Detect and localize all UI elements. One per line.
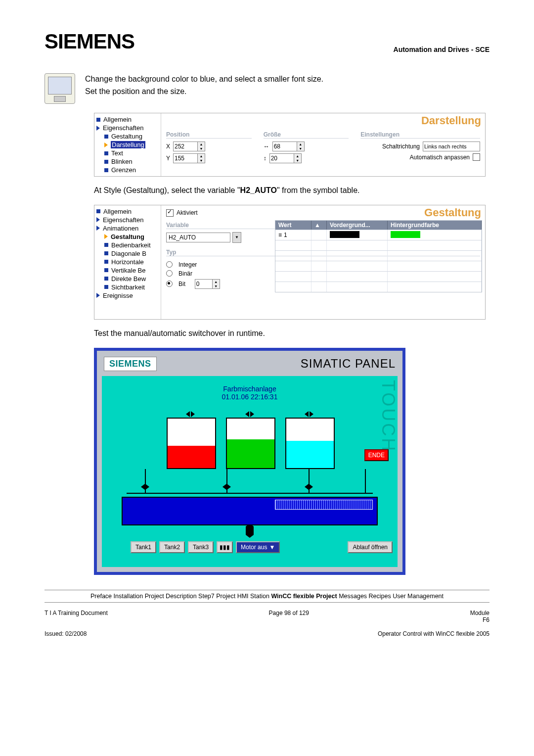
tree-item[interactable]: Vertikale Be [95,266,160,275]
dropdown-button[interactable]: ▼ [232,232,241,243]
tree-item[interactable]: Sichtbarkeit [95,283,160,291]
col-hintergrund[interactable]: Hintergrundfarbe [388,221,482,230]
monitor-icon [44,73,75,104]
pos-y-spinner[interactable]: ▲▼ [173,153,205,163]
header-right: Automation and Drives - SCE [394,46,490,53]
property-tree: Allgemein Eigenschaften Gestaltung Darst… [94,113,161,176]
tree-item-selected[interactable]: Gestaltung [95,233,160,241]
variable-field[interactable] [166,233,230,242]
hmi-datetime: 01.01.06 22:16:31 [107,393,393,401]
group-header: Einstellungen [360,131,480,139]
width-icon: ↔ [264,143,269,150]
tree-item[interactable]: Gestaltung [95,132,160,141]
width-spinner[interactable]: ▲▼ [272,142,305,151]
tank2-button[interactable]: Tank2 [159,541,185,553]
label-y: Y [166,155,170,162]
outlet-valve-icon [107,526,393,535]
footer-row-1: T I A Training Document Page 98 of 129 M… [44,610,490,623]
height-spinner[interactable]: ▲▼ [269,153,302,163]
pipe-diagram [122,469,378,494]
hmi-screen: TOUCH Farbmischanlage 01.01.06 22:16:31 … [102,376,398,567]
aktiviert-checkbox[interactable]: ✓ [166,209,174,217]
simatic-title: SIMATIC PANEL [301,357,396,371]
color-chip-green[interactable] [391,231,420,238]
property-tree: Allgemein Eigenschaften Animationen Gest… [94,205,161,319]
touch-label: TOUCH [378,380,399,453]
tree-item[interactable]: Bedienbarkeit [95,241,160,249]
gestaltung-panel: Allgemein Eigenschaften Animationen Gest… [94,205,486,320]
sort-icon[interactable]: ▲ [312,221,327,230]
text-line: Change the background color to blue, and… [85,75,323,83]
tree-item[interactable]: Direkte Bew [95,275,160,283]
tree-item[interactable]: Animationen [95,224,160,233]
height-icon: ↕ [264,155,267,162]
col-vordergrund[interactable]: Vordergrund... [327,221,388,230]
tank-1 [167,418,216,469]
motor-dropdown[interactable]: Motor aus▼ [236,541,280,553]
label-x: X [166,143,170,150]
schaltrichtung-field[interactable] [423,142,480,151]
paragraph: Test the manual/automatic switchover in … [94,328,490,340]
breadcrumb-bar: Preface Installation Project Description… [44,590,490,603]
intro-paragraph: Change the background color to blue, and… [85,73,323,104]
paragraph: At Style (Gestaltung), select the variab… [94,185,490,197]
tree-item[interactable]: Text [95,149,160,157]
tree-item[interactable]: Allgemein [95,207,160,216]
footer-row-2: Issued: 02/2008 Operator Control with Wi… [44,630,490,637]
color-chip-black[interactable] [330,231,359,238]
tree-item-selected[interactable]: Darstellung [95,141,160,149]
tree-item[interactable]: Blinken [95,157,160,166]
auto-anpassen-checkbox[interactable] [473,153,480,161]
tank-2 [226,418,275,469]
tree-item[interactable]: Ereignisse [95,291,160,300]
tank3-button[interactable]: Tank3 [188,541,214,553]
tree-item[interactable]: Diagonale B [95,249,160,258]
group-header: Größe [264,131,349,139]
tank1-button[interactable]: Tank1 [131,541,156,553]
col-wert[interactable]: Wert [275,221,312,230]
darstellung-panel: Allgemein Eigenschaften Gestaltung Darst… [94,113,486,177]
table-row[interactable]: ≡1 [275,230,482,240]
tank-3 [285,418,335,469]
auto-anpassen-label: Automatisch anpassen [410,154,470,161]
simatic-panel: SIEMENS SIMATIC PANEL TOUCH Farbmischanl… [94,348,405,575]
pos-x-spinner[interactable]: ▲▼ [173,142,205,151]
tree-item[interactable]: Horizontale [95,258,160,266]
schaltrichtung-label: Schaltrichtung [382,143,420,150]
tree-item[interactable]: Eigenschaften [95,124,160,132]
tree-item[interactable]: Grenzen [95,166,160,174]
mix-tank [122,497,378,525]
motor-indicator: ▮▮▮ [217,541,233,553]
wert-table: Wert ▲ Vordergrund... Hintergrundfarbe ≡… [275,220,482,292]
siemens-logo: SIEMENS [44,30,134,53]
tree-item[interactable]: Allgemein [95,115,160,124]
hmi-title: Farbmischanlage [107,385,393,393]
panel-title: Gestaltung [424,206,481,219]
ende-button[interactable]: ENDE [364,449,389,461]
tree-item[interactable]: Eigenschaften [95,216,160,224]
panel-title: Darstellung [421,114,481,127]
text-line: Set the position and the size. [85,87,186,95]
aktiviert-label: Aktiviert [177,209,198,216]
ablauf-button[interactable]: Ablauf öffnen [348,541,393,553]
row-icon: ≡ [278,232,282,238]
bit-spinner[interactable]: ▲▼ [195,279,220,289]
group-header: Position [166,131,252,139]
simatic-brand: SIEMENS [104,357,157,371]
